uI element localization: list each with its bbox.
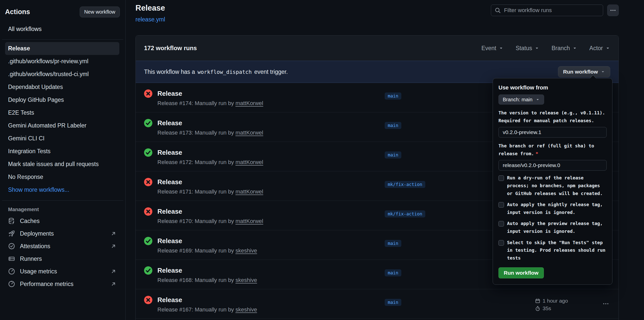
search-input[interactable] bbox=[504, 7, 599, 14]
filter-branch[interactable]: Branch bbox=[551, 45, 577, 52]
ref-input[interactable] bbox=[498, 160, 607, 171]
runners-icon bbox=[8, 255, 15, 262]
check-circle-icon bbox=[144, 148, 152, 157]
sidebar-item-performance-metrics[interactable]: Performance metrics bbox=[5, 278, 119, 290]
branch-badge[interactable]: main bbox=[385, 240, 401, 247]
run-title-link[interactable]: Release bbox=[157, 237, 182, 245]
x-circle-icon bbox=[144, 296, 152, 304]
run-title-link[interactable]: Release bbox=[157, 178, 182, 186]
popup-checkbox-row-1[interactable]: Run a dry-run of the release process; no… bbox=[498, 174, 607, 197]
sidebar-item-usage-metrics[interactable]: Usage metrics bbox=[5, 265, 119, 277]
sidebar-item-mark-stale-issues-and-pull-requests[interactable]: Mark stale issues and pull requests bbox=[5, 158, 119, 171]
checkbox-unchecked[interactable] bbox=[498, 202, 504, 208]
caret-down-icon bbox=[499, 46, 503, 51]
run-description-text: Release #173: Manually run by bbox=[157, 130, 235, 136]
run-time-label: 1 hour ago bbox=[543, 298, 568, 304]
popup-checkbox-row-2[interactable]: Auto apply the nightly release tag, inpu… bbox=[498, 201, 607, 216]
sidebar-item-deploy-github-pages[interactable]: Deploy GitHub Pages bbox=[5, 93, 119, 106]
run-description-text: Release #168: Manually run by bbox=[157, 277, 235, 283]
version-input-description: The version to release (e.g., v0.1.11). … bbox=[498, 109, 607, 124]
caret-down-icon bbox=[601, 70, 605, 74]
checkbox-unchecked[interactable] bbox=[498, 221, 504, 227]
sidebar-item-integration-tests[interactable]: Integration Tests bbox=[5, 145, 119, 158]
sidebar-item-deployments[interactable]: Deployments bbox=[5, 228, 119, 240]
sidebar-item-label: Performance metrics bbox=[20, 281, 73, 287]
ref-input-description: The branch or ref (full git sha) to rele… bbox=[498, 142, 607, 157]
filter-actor[interactable]: Actor bbox=[589, 45, 610, 52]
branch-badge[interactable]: mk/fix-action bbox=[385, 181, 425, 188]
run-description-text: Release #171: Manually run by bbox=[157, 188, 235, 195]
workflow-options-button[interactable] bbox=[607, 5, 619, 16]
sidebar-item-dependabot-updates[interactable]: Dependabot Updates bbox=[5, 81, 119, 93]
branch-selector-button[interactable]: Branch: main bbox=[498, 94, 544, 105]
page-title: Actions bbox=[5, 8, 30, 16]
run-title-link[interactable]: Release bbox=[157, 296, 182, 304]
show-more-workflows-link[interactable]: Show more workflows... bbox=[5, 183, 119, 196]
popup-checkbox-row-4[interactable]: Select to skip the "Run Tests" step in t… bbox=[498, 239, 607, 262]
check-circle-icon bbox=[144, 237, 152, 245]
x-circle-icon bbox=[144, 207, 152, 216]
search-icon bbox=[495, 7, 501, 14]
branch-badge[interactable]: main bbox=[385, 122, 401, 129]
branch-badge[interactable]: main bbox=[385, 151, 401, 158]
usage-metrics-icon bbox=[8, 268, 15, 275]
branch-badge[interactable]: main bbox=[385, 269, 401, 276]
run-title-link[interactable]: Release bbox=[157, 267, 182, 274]
checkbox-unchecked[interactable] bbox=[498, 175, 504, 181]
filter-event[interactable]: Event bbox=[481, 45, 503, 52]
actor-link[interactable]: mattKorwel bbox=[235, 100, 263, 106]
filter-runs-search[interactable] bbox=[491, 5, 603, 16]
run-meta: 1 hour ago35s bbox=[535, 298, 568, 313]
sidebar-item-all-workflows[interactable]: All workflows bbox=[5, 23, 119, 35]
checkbox-unchecked[interactable] bbox=[498, 240, 504, 246]
sidebar-item-e2e-tests[interactable]: E2E Tests bbox=[5, 106, 119, 119]
run-description-text: Release #172: Manually run by bbox=[157, 159, 235, 165]
run-started-time: 1 hour ago bbox=[535, 298, 568, 304]
workflow-title: Release bbox=[135, 4, 165, 13]
x-circle-icon bbox=[144, 89, 152, 98]
run-workflow-submit-button[interactable]: Run workflow bbox=[498, 267, 544, 278]
run-title-link[interactable]: Release bbox=[157, 149, 182, 156]
branch-badge[interactable]: mk/fix-action bbox=[385, 210, 425, 217]
workflows-sidebar: Actions New workflow All workflows Relea… bbox=[0, 0, 126, 320]
performance-metrics-icon bbox=[8, 280, 15, 287]
caret-down-icon bbox=[535, 46, 539, 51]
checkbox-label: Run a dry-run of the release process; no… bbox=[507, 174, 607, 197]
actor-link[interactable]: mattKorwel bbox=[235, 159, 263, 165]
actor-link[interactable]: skeshive bbox=[235, 247, 257, 254]
run-duration-label: 35s bbox=[543, 305, 551, 311]
sidebar-item-gemini-automated-pr-labeler[interactable]: Gemini Automated PR Labeler bbox=[5, 119, 119, 132]
workflow-file-link[interactable]: release.yml bbox=[135, 16, 165, 23]
run-options-button[interactable] bbox=[602, 300, 609, 308]
sidebar-item-release[interactable]: Release bbox=[5, 42, 119, 55]
sidebar-item-caches[interactable]: Caches bbox=[5, 215, 119, 227]
actions-page: Actions New workflow All workflows Relea… bbox=[0, 0, 644, 320]
sidebar-item-attestations[interactable]: Attestations bbox=[5, 240, 119, 252]
run-title-link[interactable]: Release bbox=[157, 119, 182, 127]
sidebar-item-label: Runners bbox=[20, 255, 42, 262]
actor-link[interactable]: skeshive bbox=[235, 306, 257, 313]
sidebar-item-label: Deployments bbox=[20, 230, 54, 237]
check-circle-icon bbox=[144, 119, 152, 127]
sidebar-item-runners[interactable]: Runners bbox=[5, 253, 119, 265]
run-title-link[interactable]: Release bbox=[157, 90, 182, 98]
arrow-up-right-icon bbox=[110, 281, 116, 287]
banner-text: This workflow has aworkflow_dispatcheven… bbox=[144, 69, 288, 75]
actor-link[interactable]: mattKorwel bbox=[235, 188, 263, 195]
branch-badge[interactable]: main bbox=[385, 92, 401, 100]
actor-link[interactable]: mattKorwel bbox=[235, 218, 263, 224]
filter-status[interactable]: Status bbox=[516, 45, 539, 52]
actor-link[interactable]: mattKorwel bbox=[235, 130, 263, 136]
actor-link[interactable]: skeshive bbox=[235, 277, 257, 283]
popup-checkbox-list: Run a dry-run of the release process; no… bbox=[498, 174, 607, 262]
sidebar-item-gemini-cli-ci[interactable]: Gemini CLI CI bbox=[5, 132, 119, 145]
new-workflow-button[interactable]: New workflow bbox=[80, 7, 120, 17]
popup-checkbox-row-3[interactable]: Auto apply the preview release tag, inpu… bbox=[498, 220, 607, 235]
sidebar-item-github-workflows-pr-review-yml[interactable]: .github/workflows/pr-review.yml bbox=[5, 55, 119, 68]
version-input[interactable] bbox=[498, 127, 607, 138]
run-workflow-dropdown-button[interactable]: Run workflow bbox=[558, 66, 610, 77]
sidebar-item-no-response[interactable]: No Response bbox=[5, 171, 119, 183]
branch-badge[interactable]: main bbox=[385, 299, 401, 306]
sidebar-item-github-workflows-trusted-ci-yml[interactable]: .github/workflows/trusted-ci.yml bbox=[5, 68, 119, 81]
run-title-link[interactable]: Release bbox=[157, 208, 182, 215]
